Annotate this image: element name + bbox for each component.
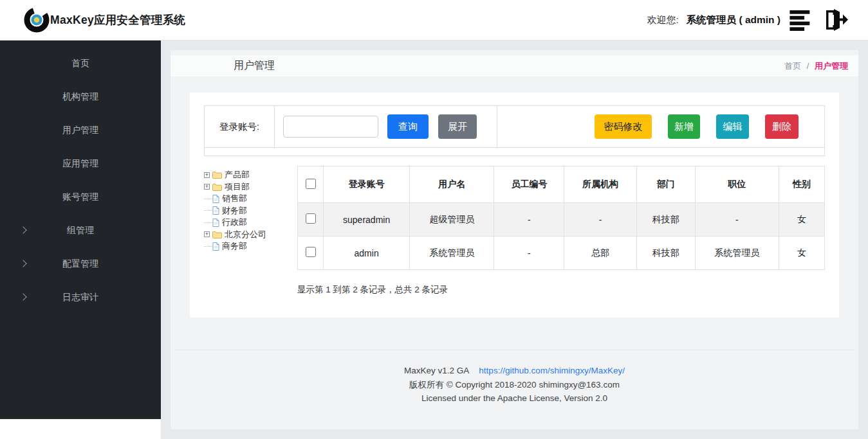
tree-and-table: 产品部 项目部 销售部 [204, 166, 825, 296]
cell-employee-no: - [494, 203, 564, 237]
search-input-cell: 查询 展开 [275, 114, 497, 139]
col-login: 登录账号 [324, 166, 410, 203]
github-link[interactable]: https://github.com/shimingxy/MaxKey/ [479, 366, 625, 375]
table-row[interactable]: superadmin 超级管理员 - - 科技部 - 女 [298, 203, 825, 237]
footer-version-line: MaxKey v1.2 GA https://github.com/shimin… [171, 364, 858, 378]
folder-icon [212, 183, 222, 191]
edit-button[interactable]: 编辑 [716, 114, 749, 139]
app-header: MaxKey应用安全管理系统 欢迎您: 系统管理员 ( admin ) [0, 0, 868, 40]
change-password-button[interactable]: 密码修改 [595, 114, 652, 139]
tree-node-finance[interactable]: 财务部 [204, 205, 297, 217]
maxkey-logo-icon [24, 7, 50, 33]
sidebar-item-org[interactable]: 机构管理 [0, 80, 161, 114]
file-icon [212, 242, 219, 251]
tree-node-beijing-branch[interactable]: 北京分公司 [204, 229, 297, 241]
sidebar-item-accounts[interactable]: 账号管理 [0, 181, 161, 214]
table-row[interactable]: admin 系统管理员 - 总部 科技部 系统管理员 女 [298, 237, 825, 270]
org-tree: 产品部 项目部 销售部 [204, 166, 297, 296]
tree-node-business[interactable]: 商务部 [204, 240, 297, 253]
cell-department: 科技部 [636, 237, 695, 270]
breadcrumb-home-link[interactable]: 首页 [784, 61, 801, 71]
sidebar-item-label: 配置管理 [62, 258, 98, 270]
menu-list-icon[interactable] [790, 10, 815, 31]
tree-connector [204, 246, 212, 247]
folder-icon [212, 231, 222, 238]
row-select-cell [298, 237, 324, 270]
users-table-area: 登录账号 用户名 员工编号 所属机构 部门 职位 性别 [297, 166, 825, 296]
col-employee-no: 员工编号 [494, 166, 564, 203]
add-button[interactable]: 新增 [668, 114, 700, 139]
app-title: MaxKey应用安全管理系统 [50, 12, 185, 28]
tree-node-project[interactable]: 项目部 [204, 181, 297, 193]
sidebar-item-home[interactable]: 首页 [0, 47, 161, 80]
folder-icon [212, 171, 222, 179]
sidebar-item-label: 应用管理 [62, 158, 98, 170]
row-checkbox[interactable] [306, 247, 316, 257]
tree-node-label: 北京分公司 [225, 229, 266, 240]
tree-node-product[interactable]: 产品部 [204, 169, 297, 181]
login-account-label: 登录账号: [205, 106, 275, 147]
page-title: 用户管理 [234, 59, 275, 73]
sidebar-item-label: 日志审计 [62, 292, 98, 303]
sidebar-item-label: 机构管理 [62, 91, 98, 103]
row-select-cell [298, 203, 324, 237]
cell-username: 系统管理员 [410, 237, 494, 270]
tree-node-label: 产品部 [225, 169, 250, 181]
action-buttons: 密码修改 新增 编辑 删除 [497, 106, 824, 147]
col-department: 部门 [636, 166, 695, 203]
sidebar-item-config[interactable]: 配置管理 [0, 247, 161, 281]
row-checkbox[interactable] [306, 213, 316, 224]
chevron-right-icon [19, 260, 26, 267]
tree-node-sales[interactable]: 销售部 [204, 193, 297, 205]
breadcrumb: 首页 / 用户管理 [784, 60, 848, 72]
plus-expander-icon[interactable] [204, 184, 210, 190]
search-collapsed-row [205, 147, 824, 156]
content-card: 登录账号: 查询 展开 密码修改 新增 编辑 删除 [190, 93, 839, 318]
cell-gender: 女 [779, 237, 824, 270]
tree-node-label: 项目部 [225, 181, 250, 193]
plus-expander-icon[interactable] [204, 172, 210, 178]
cell-login: superadmin [324, 203, 410, 237]
cell-position: - [695, 203, 779, 237]
plus-expander-icon[interactable] [204, 231, 210, 237]
cell-gender: 女 [779, 203, 824, 237]
table-header-row: 登录账号 用户名 员工编号 所属机构 部门 职位 性别 [298, 166, 825, 203]
sidebar-item-label: 首页 [71, 58, 89, 69]
cell-organization: 总部 [564, 237, 636, 270]
sidebar-item-users[interactable]: 用户管理 [0, 114, 161, 147]
chevron-right-icon [19, 293, 26, 300]
page-titlebar: 用户管理 首页 / 用户管理 [171, 55, 858, 76]
sidebar-item-label: 账号管理 [62, 192, 98, 203]
search-row: 登录账号: 查询 展开 密码修改 新增 编辑 删除 [205, 106, 824, 147]
expand-button[interactable]: 展开 [438, 114, 477, 139]
tree-connector [204, 222, 212, 223]
record-summary: 显示第 1 到第 2 条记录，总共 2 条记录 [297, 284, 825, 296]
breadcrumb-separator: / [807, 61, 809, 71]
file-icon [212, 206, 219, 215]
tree-node-label: 行政部 [222, 217, 247, 228]
sidebar-item-groups[interactable]: 组管理 [0, 214, 161, 247]
col-organization: 所属机构 [564, 166, 636, 203]
footer-license: Licensed under the Apache License, Versi… [171, 391, 858, 406]
tree-node-admin-dept[interactable]: 行政部 [204, 217, 297, 229]
login-account-input[interactable] [283, 116, 378, 138]
file-icon [212, 195, 219, 203]
select-all-checkbox[interactable] [306, 179, 316, 189]
footer-copyright: 版权所有 © Copyright 2018-2020 shimingxy@163… [171, 378, 858, 392]
select-all-cell [298, 166, 324, 203]
query-button[interactable]: 查询 [387, 114, 429, 139]
logout-icon[interactable] [824, 8, 849, 32]
main-region: 用户管理 首页 / 用户管理 登录账号: 查询 展开 密码修改 [161, 40, 868, 439]
header-right: 欢迎您: 系统管理员 ( admin ) [647, 8, 849, 32]
current-user: 系统管理员 ( admin ) [687, 13, 780, 27]
sidebar-item-audit[interactable]: 日志审计 [0, 281, 161, 314]
delete-button[interactable]: 删除 [765, 114, 799, 139]
cell-employee-no: - [494, 237, 564, 270]
breadcrumb-current: 用户管理 [815, 61, 848, 71]
sidebar-item-apps[interactable]: 应用管理 [0, 147, 161, 181]
col-username: 用户名 [410, 166, 494, 203]
users-table: 登录账号 用户名 员工编号 所属机构 部门 职位 性别 [297, 166, 825, 270]
sidebar-item-label: 用户管理 [62, 125, 98, 136]
page-footer: MaxKey v1.2 GA https://github.com/shimin… [171, 350, 858, 406]
cell-username: 超级管理员 [410, 203, 494, 237]
